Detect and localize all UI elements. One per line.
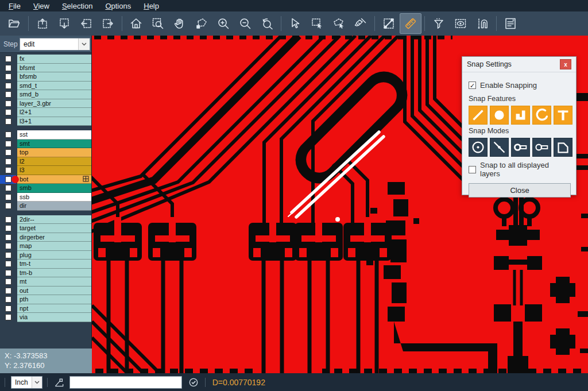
mode-key-closed-button[interactable] bbox=[511, 138, 530, 157]
layer-checkbox[interactable] bbox=[0, 304, 16, 313]
snap-line-button[interactable] bbox=[469, 106, 488, 125]
layer-checkbox[interactable] bbox=[0, 64, 16, 73]
layer-item-layer_3.gbr[interactable]: layer_3.gbr bbox=[17, 99, 91, 109]
enable-snapping-checkbox[interactable]: ✓ bbox=[469, 82, 476, 89]
measure-ruler-button[interactable] bbox=[400, 13, 421, 34]
snap-circle-button[interactable] bbox=[490, 106, 509, 125]
report-button[interactable] bbox=[500, 13, 521, 34]
layer-item-bot[interactable]: bot bbox=[17, 175, 91, 184]
layer-item-out[interactable]: out bbox=[17, 287, 91, 296]
layer-checkbox[interactable] bbox=[0, 55, 16, 64]
layer-checkbox[interactable] bbox=[0, 277, 16, 287]
layer-checkbox[interactable] bbox=[0, 184, 16, 193]
layer-item-plug[interactable]: plug bbox=[17, 251, 91, 260]
select-cursor-button[interactable] bbox=[284, 13, 306, 34]
layer-checkbox[interactable] bbox=[0, 130, 16, 140]
select-rectangle-button[interactable] bbox=[306, 13, 328, 34]
layer-checkbox[interactable] bbox=[0, 202, 16, 211]
layer-checkbox[interactable] bbox=[0, 224, 16, 233]
layer-item-l3[interactable]: l3 bbox=[17, 166, 91, 175]
snap-arc-button[interactable] bbox=[532, 106, 551, 125]
menu-view[interactable]: View bbox=[27, 1, 56, 11]
unit-dropdown[interactable]: Inch bbox=[11, 376, 42, 389]
layer-item-fx[interactable]: fx bbox=[17, 55, 91, 64]
layer-item-dirgerber[interactable]: dirgerber bbox=[17, 233, 91, 242]
layer-item-dir[interactable]: dir bbox=[17, 202, 91, 211]
layer-item-tm-t[interactable]: tm-t bbox=[17, 260, 91, 269]
select-polygon-button[interactable] bbox=[328, 13, 350, 34]
layer-item-tm-b[interactable]: tm-b bbox=[17, 269, 91, 278]
pan-up-button[interactable] bbox=[32, 13, 53, 34]
home-fit-button[interactable] bbox=[125, 13, 147, 34]
layer-item-smt[interactable]: smt bbox=[17, 140, 91, 149]
layer-item-map[interactable]: map bbox=[17, 242, 91, 251]
view-options-button[interactable] bbox=[450, 13, 471, 34]
snap-surface-button[interactable] bbox=[511, 106, 530, 125]
layer-item-target[interactable]: target bbox=[17, 224, 91, 233]
layer-checkbox[interactable] bbox=[0, 242, 16, 251]
dialog-close-button[interactable]: Close bbox=[469, 183, 571, 198]
layer-checkbox[interactable] bbox=[0, 269, 16, 278]
layer-item-l3+1[interactable]: l3+1 bbox=[17, 117, 91, 126]
layer-item-2dir--[interactable]: 2dir-- bbox=[17, 215, 91, 224]
snap-button[interactable] bbox=[471, 13, 493, 34]
layer-item-bfsmt[interactable]: bfsmt bbox=[17, 64, 91, 73]
command-input[interactable] bbox=[69, 376, 182, 389]
angle-corner-icon[interactable] bbox=[52, 377, 66, 388]
layer-checkbox[interactable] bbox=[0, 140, 16, 149]
layer-item-ssb[interactable]: ssb bbox=[17, 193, 91, 202]
layer-checkbox[interactable] bbox=[0, 260, 16, 269]
layer-item-via[interactable]: via bbox=[17, 313, 91, 322]
pan-hand-button[interactable] bbox=[169, 13, 191, 34]
zoom-area-button[interactable] bbox=[191, 13, 212, 34]
chevron-down-icon[interactable] bbox=[78, 38, 90, 50]
mode-center-button[interactable] bbox=[469, 138, 488, 157]
layer-checkbox[interactable] bbox=[0, 166, 16, 175]
snap-all-layers-checkbox[interactable] bbox=[469, 166, 476, 173]
layer-item-smd_b[interactable]: smd_b bbox=[17, 90, 91, 99]
layer-item-npt[interactable]: npt bbox=[17, 304, 91, 313]
layer-checkbox[interactable] bbox=[0, 148, 16, 157]
menu-options[interactable]: Options bbox=[99, 1, 137, 11]
layer-checkbox[interactable] bbox=[0, 233, 16, 242]
layer-checkbox[interactable] bbox=[0, 99, 16, 109]
layer-checkbox[interactable] bbox=[0, 72, 16, 82]
dialog-title-bar[interactable]: Snap Settings x bbox=[462, 57, 576, 72]
zoom-in-button[interactable] bbox=[212, 13, 234, 34]
clean-brush-button[interactable] bbox=[350, 13, 372, 34]
layer-checkbox[interactable] bbox=[0, 108, 16, 117]
layer-checkbox[interactable] bbox=[0, 193, 16, 202]
apply-refresh-icon[interactable] bbox=[187, 377, 200, 388]
layer-checkbox[interactable] bbox=[0, 117, 16, 126]
layer-checkbox[interactable] bbox=[0, 287, 16, 296]
layer-checkbox[interactable] bbox=[0, 313, 16, 322]
zoom-window-button[interactable] bbox=[147, 13, 169, 34]
layer-item-sst[interactable]: sst bbox=[17, 130, 91, 140]
layer-checkbox[interactable] bbox=[0, 157, 16, 167]
zoom-previous-button[interactable] bbox=[256, 13, 278, 34]
pan-left-button[interactable] bbox=[75, 13, 97, 34]
close-icon[interactable]: x bbox=[560, 59, 571, 69]
layer-item-pth[interactable]: pth bbox=[17, 295, 91, 304]
mode-contour-button[interactable] bbox=[554, 138, 572, 157]
open-file-button[interactable] bbox=[3, 13, 25, 34]
grid-icon[interactable] bbox=[83, 176, 89, 182]
mode-key-open-button[interactable] bbox=[532, 138, 551, 157]
layer-item-bfsmb[interactable]: bfsmb bbox=[17, 72, 91, 82]
pan-down-button[interactable] bbox=[53, 13, 75, 34]
layer-checkbox[interactable] bbox=[0, 90, 16, 99]
layer-item-smb[interactable]: smb bbox=[17, 184, 91, 193]
chevron-down-icon[interactable] bbox=[32, 377, 42, 388]
pan-right-button[interactable] bbox=[97, 13, 119, 34]
menu-help[interactable]: Help bbox=[137, 1, 165, 11]
step-dropdown[interactable]: edit bbox=[20, 38, 90, 51]
layer-checkbox[interactable] bbox=[0, 82, 16, 91]
menu-selection[interactable]: Selection bbox=[56, 1, 99, 11]
layer-checkbox[interactable] bbox=[0, 215, 16, 224]
layer-item-top[interactable]: top bbox=[17, 148, 91, 157]
snap-text-button[interactable] bbox=[554, 106, 572, 125]
measure-points-button[interactable] bbox=[378, 13, 400, 34]
mode-midpoint-button[interactable] bbox=[490, 138, 509, 157]
layer-checkbox[interactable] bbox=[0, 295, 16, 304]
layer-checkbox[interactable] bbox=[0, 251, 16, 260]
